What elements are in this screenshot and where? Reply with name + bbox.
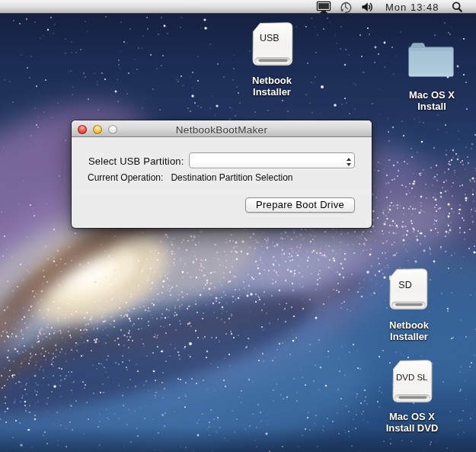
svg-text:SD: SD	[398, 280, 411, 290]
svg-text:DVD SL: DVD SL	[396, 373, 428, 382]
svg-text:USB: USB	[260, 33, 280, 43]
